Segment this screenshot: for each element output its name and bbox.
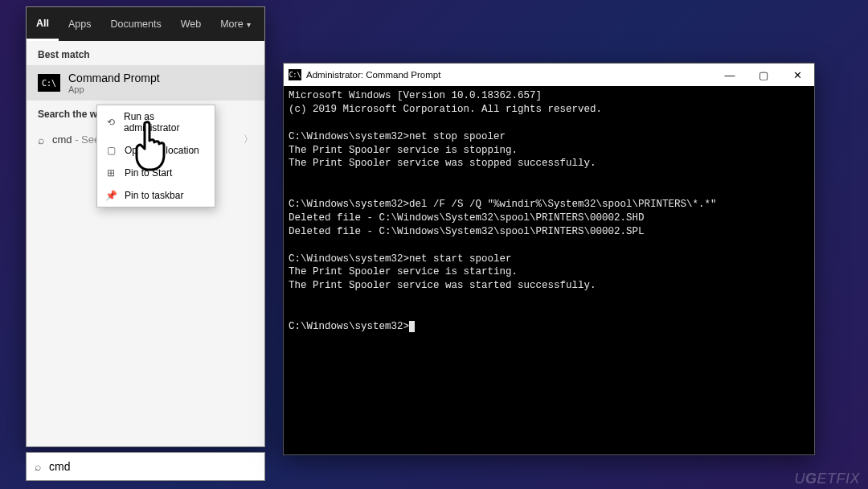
maximize-button[interactable]: ▢ xyxy=(747,64,780,86)
start-icon: ⊞ xyxy=(105,167,117,179)
watermark: UGETFIX xyxy=(794,471,860,487)
search-icon: ⌕ xyxy=(35,460,41,473)
window-title: Administrator: Command Prompt xyxy=(306,70,440,80)
context-pin-to-taskbar[interactable]: 📌 Pin to taskbar xyxy=(97,184,215,207)
context-pin-to-start[interactable]: ⊞ Pin to Start xyxy=(97,162,215,184)
search-icon: ⌕ xyxy=(38,134,44,146)
chevron-right-icon: 〉 xyxy=(244,133,253,146)
result-title: Command Prompt xyxy=(68,72,160,84)
titlebar[interactable]: C:\ Administrator: Command Prompt — ▢ ✕ xyxy=(284,64,814,86)
terminal-output[interactable]: Microsoft Windows [Version 10.0.18362.65… xyxy=(284,86,814,454)
minimize-button[interactable]: — xyxy=(713,64,747,86)
context-open-file-location[interactable]: ▢ Open file location xyxy=(97,139,215,162)
cmd-window: C:\ Administrator: Command Prompt — ▢ ✕ … xyxy=(283,63,815,455)
close-button[interactable]: ✕ xyxy=(780,64,814,86)
search-bar[interactable]: ⌕ xyxy=(26,452,265,481)
command-prompt-icon: C:\ xyxy=(38,74,60,92)
best-match-label: Best match xyxy=(27,41,264,65)
context-menu: ⟲ Run as administrator ▢ Open file locat… xyxy=(96,105,215,208)
tab-more[interactable]: More▾ xyxy=(211,7,260,41)
start-search-panel: All Apps Documents Web More▾ Best match … xyxy=(26,6,265,447)
context-run-as-admin[interactable]: ⟲ Run as administrator xyxy=(97,105,215,139)
tab-all[interactable]: All xyxy=(27,7,59,41)
tab-apps[interactable]: Apps xyxy=(59,7,101,41)
result-subtitle: App xyxy=(68,84,160,94)
tab-web[interactable]: Web xyxy=(171,7,211,41)
best-match-result[interactable]: C:\ Command Prompt App xyxy=(27,65,264,101)
search-tabs: All Apps Documents Web More▾ xyxy=(27,7,264,41)
tab-documents[interactable]: Documents xyxy=(100,7,170,41)
cmd-titlebar-icon: C:\ xyxy=(289,69,301,80)
chevron-down-icon: ▾ xyxy=(247,20,251,29)
admin-icon: ⟲ xyxy=(105,117,116,128)
search-input[interactable] xyxy=(49,460,256,473)
pin-icon: 📌 xyxy=(105,190,117,201)
folder-icon: ▢ xyxy=(105,145,117,156)
